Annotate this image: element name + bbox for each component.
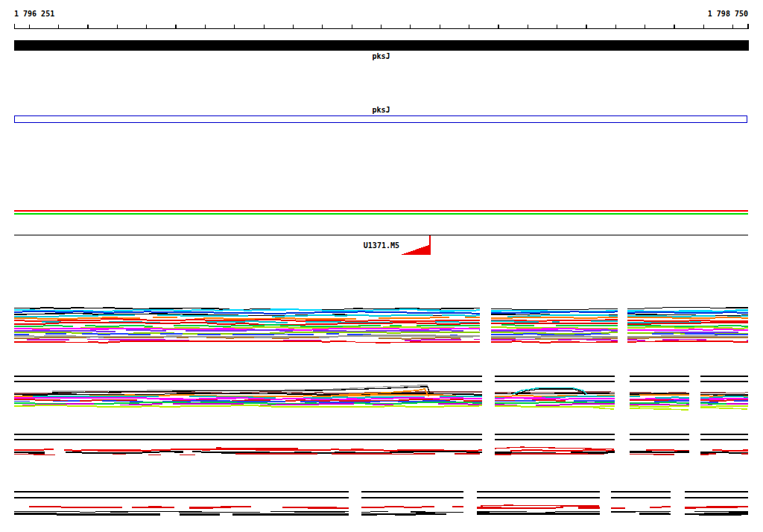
graph-lines	[14, 211, 748, 235]
alignment-track-1[interactable]	[14, 308, 748, 343]
genome-browser-view: 1 796 251 1 798 750 pksJ pksJ U1371.M5	[0, 0, 763, 532]
gene-feature-box[interactable]	[14, 115, 747, 123]
gene-feature-bar-label: pksJ	[14, 52, 748, 60]
gene-feature-box-label: pksJ	[14, 106, 748, 114]
alignment-track-3[interactable]	[14, 434, 748, 455]
ruler[interactable]	[15, 24, 749, 29]
read-marker[interactable]	[401, 235, 431, 255]
alignment-track-4[interactable]	[14, 492, 748, 515]
ruler-end-coordinate: 1 798 750	[599, 10, 748, 18]
tracks-canvas[interactable]	[0, 0, 763, 532]
ruler-start-coordinate: 1 796 251	[14, 10, 54, 18]
read-marker-label: U1371.M5	[288, 241, 399, 250]
gene-feature-bar[interactable]	[14, 40, 749, 51]
alignment-track-2[interactable]	[14, 376, 748, 410]
